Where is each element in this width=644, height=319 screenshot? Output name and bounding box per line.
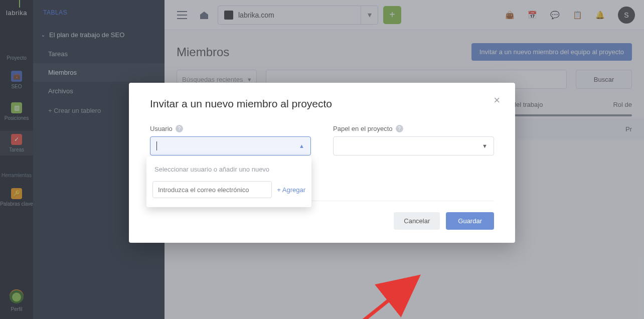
- role-select[interactable]: ▼: [333, 136, 494, 155]
- annotation-arrow: [355, 273, 440, 319]
- text-cursor: [156, 141, 157, 150]
- user-combobox[interactable]: ▲: [150, 136, 311, 155]
- cancel-button[interactable]: Cancelar: [394, 212, 440, 230]
- role-field: Papel en el proyecto ? ▼: [333, 125, 494, 155]
- svg-line-0: [360, 283, 410, 319]
- user-field: Usuario ? ▲ Seleccionar usuario o añadir…: [150, 125, 311, 155]
- close-icon[interactable]: ×: [494, 94, 500, 107]
- role-label: Papel en el proyecto: [333, 125, 393, 132]
- save-button[interactable]: Guardar: [446, 212, 494, 230]
- user-label: Usuario: [150, 125, 173, 132]
- caret-down-icon: ▼: [482, 143, 488, 149]
- help-icon[interactable]: ?: [176, 125, 183, 132]
- invite-modal: Invitar a un nuevo miembro al proyecto ×…: [129, 83, 515, 243]
- dropdown-hint: Seleccionar usuario o añadir uno nuevo: [146, 162, 311, 177]
- modal-overlay: Invitar a un nuevo miembro al proyecto ×…: [0, 0, 644, 319]
- caret-up-icon: ▲: [299, 143, 304, 149]
- add-user-link[interactable]: + Agregar: [277, 186, 305, 194]
- help-icon[interactable]: ?: [396, 125, 403, 132]
- modal-title: Invitar a un nuevo miembro al proyecto: [150, 98, 494, 110]
- email-input[interactable]: [152, 181, 272, 198]
- user-dropdown: Seleccionar usuario o añadir uno nuevo +…: [146, 156, 311, 207]
